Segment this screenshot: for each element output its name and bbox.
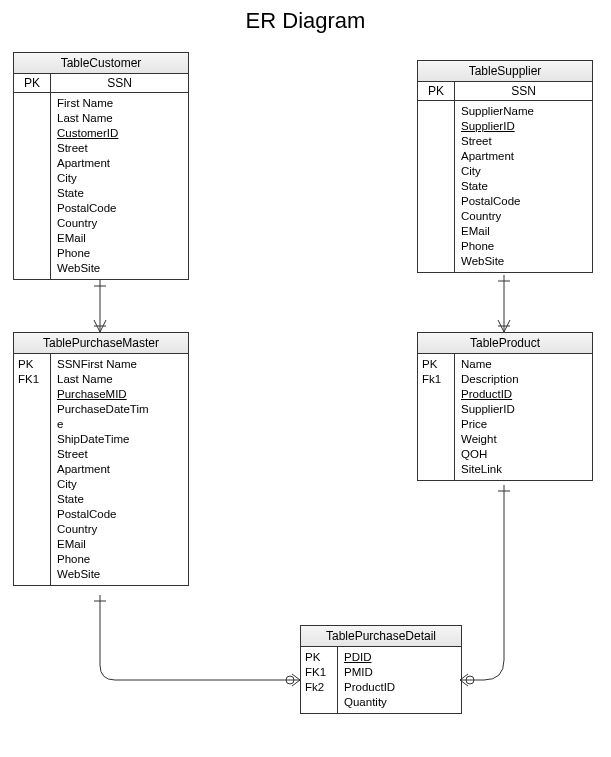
entity-product: TableProduct PK Fk1 Name Description Pro… bbox=[417, 332, 593, 481]
entity-supplier: TableSupplier PK SSN SupplierName Suppli… bbox=[417, 60, 593, 273]
entity-purchase-master: TablePurchaseMaster PK FK1 SSNFirst Name… bbox=[13, 332, 189, 586]
entity-customer-pk-header: PK bbox=[14, 74, 50, 93]
entity-customer-keys bbox=[14, 93, 50, 99]
entity-product-fields: Name Description ProductID SupplierID Pr… bbox=[455, 354, 592, 480]
entity-customer-ssn-header: SSN bbox=[51, 74, 188, 93]
entity-customer-fields: First Name Last Name CustomerID Street A… bbox=[51, 93, 188, 279]
entity-customer-header: TableCustomer bbox=[14, 53, 188, 74]
entity-purchase-detail: TablePurchaseDetail PK FK1 Fk2 PDID PMID… bbox=[300, 625, 462, 714]
entity-supplier-ssn-header: SSN bbox=[455, 82, 592, 101]
entity-customer: TableCustomer PK SSN First Name Last Nam… bbox=[13, 52, 189, 280]
svg-point-11 bbox=[286, 676, 294, 684]
entity-supplier-fields: SupplierName SupplierID Street Apartment… bbox=[455, 101, 592, 272]
svg-point-15 bbox=[466, 676, 474, 684]
entity-product-header: TableProduct bbox=[418, 333, 592, 354]
entity-purchase-master-header: TablePurchaseMaster bbox=[14, 333, 188, 354]
svg-line-9 bbox=[504, 320, 510, 332]
entity-supplier-pk-header: PK bbox=[418, 82, 454, 101]
entity-purchase-detail-keys: PK FK1 Fk2 bbox=[301, 647, 337, 698]
entity-supplier-keys bbox=[418, 101, 454, 107]
entity-product-keys: PK Fk1 bbox=[418, 354, 454, 390]
entity-purchase-master-keys: PK FK1 bbox=[14, 354, 50, 390]
svg-line-8 bbox=[498, 320, 504, 332]
svg-line-12 bbox=[292, 674, 300, 680]
entity-purchase-detail-fields: PDID PMID ProductID Quantity bbox=[338, 647, 461, 713]
svg-line-13 bbox=[292, 680, 300, 686]
entity-supplier-header: TableSupplier bbox=[418, 61, 592, 82]
entity-purchase-master-fields: SSNFirst Name Last Name PurchaseMID Purc… bbox=[51, 354, 188, 585]
svg-line-4 bbox=[100, 320, 106, 332]
entity-purchase-detail-header: TablePurchaseDetail bbox=[301, 626, 461, 647]
diagram-title: ER Diagram bbox=[0, 8, 611, 34]
svg-line-3 bbox=[94, 320, 100, 332]
